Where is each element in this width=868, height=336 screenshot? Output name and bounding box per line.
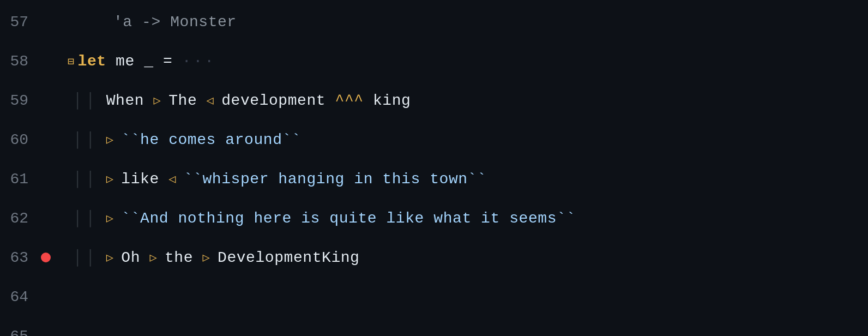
line-number-60: 60 [0, 131, 38, 148]
var-me: me [106, 53, 144, 70]
string-61: ``whisper hanging in this town`` [184, 171, 487, 188]
line-content-61: │ │ ▷ like ◁ ``whisper hanging in this t… [53, 171, 868, 188]
king-text: king [364, 92, 411, 109]
line-content-59: │ │ When ▷ The ◁ development ^^^ king [53, 92, 868, 109]
caret-59: ^^^ [335, 92, 364, 109]
line-60: 60 │ │ ▷ ``he comes around`` [0, 120, 868, 159]
line-number-58: 58 [0, 53, 38, 70]
triangle-right-63c: ▷ [202, 250, 218, 265]
development-text: development [221, 92, 335, 109]
line-number-64: 64 [0, 289, 38, 305]
the-text-63: the [165, 249, 202, 266]
triangle-right-59a: ▷ [154, 93, 169, 108]
triangle-left-61: ◁ [168, 172, 184, 187]
devking-text: DevelopmentKing [218, 249, 359, 266]
keyword-let: let [78, 53, 106, 70]
equals: = [154, 53, 182, 70]
line-content-63: │ │ ▷ Oh ▷ the ▷ DevelopmentKing [53, 249, 868, 266]
line-58: 58 ⊟ let me _ = ··· [0, 41, 868, 81]
line-content-60: │ │ ▷ ``he comes around`` [53, 131, 868, 148]
underscore: _ [144, 53, 153, 70]
line-content-58: ⊟ let me _ = ··· [53, 53, 868, 70]
line-61: 61 │ │ ▷ like ◁ ``whisper hanging in thi… [0, 159, 868, 199]
triangle-left-59: ◁ [207, 93, 222, 108]
line-number-65: 65 [0, 328, 38, 337]
collapse-icon-58[interactable]: ⊟ [68, 55, 75, 68]
triangle-right-63a: ▷ [106, 250, 122, 265]
line-number-57: 57 [0, 14, 38, 31]
string-60: ``he comes around`` [121, 131, 301, 148]
like-text: like [121, 171, 168, 188]
line-number-62: 62 [0, 210, 38, 227]
line-63: 63 │ │ ▷ Oh ▷ the ▷ DevelopmentKing [0, 238, 868, 277]
breakpoint-dot-63 [41, 253, 51, 262]
code-editor: 57 'a -> Monster 58 ⊟ let me _ = ··· 59 … [0, 0, 868, 336]
the-text: The [168, 92, 206, 109]
triangle-right-60: ▷ [106, 133, 122, 147]
breakpoint-63[interactable] [38, 253, 53, 262]
line-number-61: 61 [0, 171, 38, 188]
line-62: 62 │ │ ▷ ``And nothing here is quite lik… [0, 199, 868, 238]
line-content-62: │ │ ▷ ``And nothing here is quite like w… [53, 210, 868, 227]
dots-58: ··· [182, 53, 216, 70]
line-number-63: 63 [0, 249, 38, 266]
line-59: 59 │ │ When ▷ The ◁ development ^^^ king [0, 81, 868, 120]
line-64: 64 [0, 277, 868, 316]
line-number-59: 59 [0, 92, 38, 109]
triangle-right-61: ▷ [106, 172, 122, 187]
comment-57: 'a -> Monster [113, 14, 237, 31]
when-text: When [106, 92, 154, 109]
line-65: 65 [0, 316, 868, 336]
triangle-right-63b: ▷ [149, 250, 165, 265]
triangle-right-62: ▷ [106, 211, 122, 226]
oh-text: Oh [121, 249, 149, 266]
line-57: 57 'a -> Monster [0, 2, 868, 41]
line-content-57: 'a -> Monster [53, 14, 868, 31]
string-62: ``And nothing here is quite like what it… [121, 210, 575, 227]
